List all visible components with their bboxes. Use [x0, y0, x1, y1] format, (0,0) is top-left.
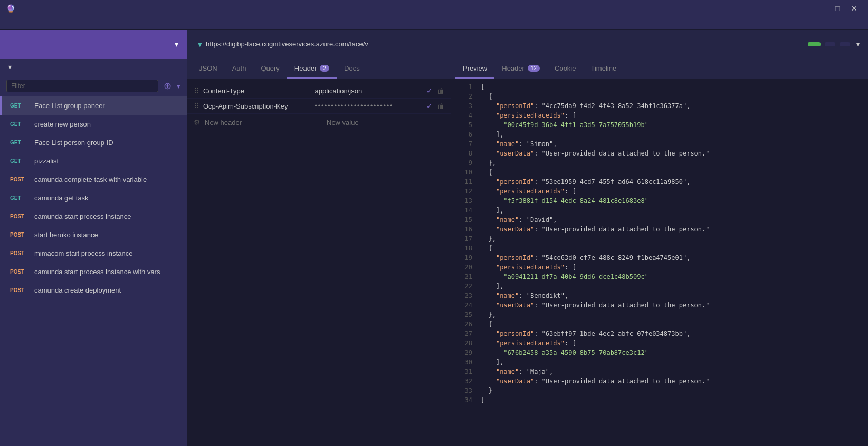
drag-handle-icon[interactable]: ⠿	[194, 102, 199, 110]
line-content: "userData": "User-provided data attached…	[481, 302, 864, 309]
line-number: 12	[455, 188, 472, 195]
line-number: 26	[455, 321, 472, 328]
line-number: 24	[455, 302, 472, 309]
method-badge: GET	[10, 121, 30, 127]
sidebar-header: ▾	[0, 30, 187, 59]
sidebar-item[interactable]: GET pizzalist	[0, 152, 187, 170]
method-badge: POST	[10, 287, 30, 293]
env-selector[interactable]: ▾	[6, 63, 176, 71]
line-content: "676b2458-a35a-4590-8b75-70ab87ce3c12"	[481, 349, 864, 356]
line-number: 25	[455, 311, 472, 318]
url-input[interactable]	[206, 40, 787, 48]
header-key-input[interactable]	[203, 87, 311, 95]
request-tab-header[interactable]: Header2	[287, 59, 337, 79]
sidebar-item[interactable]: GET Face List person group ID	[0, 133, 187, 152]
line-content: "personId": "53ee1959-4cd7-455f-ad64-618…	[481, 178, 864, 186]
new-header-key-input[interactable]	[205, 119, 322, 127]
check-icon[interactable]: ✓	[426, 102, 433, 110]
tab-label: Cookie	[555, 64, 576, 72]
sidebar-item[interactable]: GET Face List group paneer	[0, 96, 187, 115]
response-tab-cookie[interactable]: Cookie	[547, 59, 583, 79]
method-badge: POST	[10, 214, 30, 219]
line-content: "persistedFaceIds": [	[481, 340, 864, 347]
sidebar-item[interactable]: POST camunda create deployment	[0, 281, 187, 299]
tab-label: Timeline	[590, 64, 616, 72]
menu-help[interactable]	[57, 22, 68, 24]
main-layout: ▾ ▾ ⊕ ▾ GET Face List group paneer GET c…	[0, 30, 868, 446]
titlebar: 🔮 — □ ✕	[0, 0, 868, 17]
code-line: 24 "userData": "User-provided data attac…	[451, 302, 868, 311]
sidebar-item[interactable]: POST mimacom start process instance	[0, 244, 187, 263]
menu-edit[interactable]	[15, 22, 25, 24]
method-selector[interactable]: ▾	[196, 40, 202, 49]
sidebar-item[interactable]: GET create new person	[0, 115, 187, 133]
line-content: "a0941211-df7a-40b4-9dd6-dce1c48b509c"	[481, 273, 864, 280]
timestamp-arrow-icon: ▾	[856, 41, 860, 48]
new-header-value-input[interactable]	[327, 119, 444, 127]
line-number: 30	[455, 358, 472, 366]
line-number: 17	[455, 235, 472, 243]
line-number: 29	[455, 349, 472, 356]
item-name: start heruko instance	[34, 231, 98, 239]
response-tab-preview[interactable]: Preview	[455, 59, 494, 79]
delete-icon[interactable]: 🗑	[437, 86, 444, 95]
minimize-button[interactable]: —	[813, 3, 828, 14]
close-button[interactable]: ✕	[847, 3, 862, 14]
request-tab-auth[interactable]: Auth	[225, 59, 254, 79]
sidebar-item[interactable]: GET camunda get task	[0, 189, 187, 207]
maximize-button[interactable]: □	[830, 3, 845, 14]
line-number: 8	[455, 150, 472, 157]
sidebar-item[interactable]: POST camunda start process instance with…	[0, 263, 187, 281]
method-badge: GET	[10, 158, 30, 164]
gear-icon[interactable]: ⚙	[194, 118, 201, 127]
line-content: }	[481, 387, 864, 394]
code-line: 23 "name": "Benedikt",	[451, 292, 868, 302]
request-tab-json[interactable]: JSON	[192, 59, 225, 79]
drag-handle-icon[interactable]: ⠿	[194, 86, 199, 95]
sidebar-item[interactable]: POST camunda complete task with variable	[0, 170, 187, 189]
line-content: "00c45f9d-36b4-4ff1-a3d5-7a757055b19b"	[481, 121, 864, 129]
header-value-input[interactable]	[315, 87, 423, 95]
code-line: 8 "userData": "User-provided data attach…	[451, 150, 868, 159]
response-tab-timeline[interactable]: Timeline	[583, 59, 624, 79]
content-area: ▾ ▾ JSONAuthQueryHeader2Docs ⠿	[187, 30, 868, 446]
header-value-input[interactable]	[315, 102, 423, 110]
line-content: "persistedFaceIds": [	[481, 112, 864, 119]
header-row: ⠿ ✓ 🗑	[187, 99, 451, 114]
tab-label: Header	[294, 64, 317, 72]
add-dropdown-icon[interactable]: ▾	[177, 82, 180, 90]
tab-label: Docs	[344, 64, 360, 72]
request-config-panel: JSONAuthQueryHeader2Docs ⠿ ✓ 🗑 ⠿ ✓ 🗑 ⚙	[187, 59, 451, 446]
add-request-button[interactable]: ⊕	[161, 80, 174, 92]
code-line: 9 },	[451, 159, 868, 169]
line-content: "userData": "User-provided data attached…	[481, 226, 864, 233]
brand-dropdown-icon[interactable]: ▾	[175, 40, 178, 49]
line-content: },	[481, 235, 864, 243]
headers-table: ⠿ ✓ 🗑 ⠿ ✓ 🗑 ⚙	[187, 79, 451, 446]
line-number: 14	[455, 207, 472, 214]
menu-window[interactable]	[36, 22, 46, 24]
code-line: 6 ],	[451, 131, 868, 140]
item-name: camunda start process instance	[34, 212, 131, 220]
header-key-input[interactable]	[203, 102, 311, 110]
menu-tools[interactable]	[46, 22, 57, 24]
line-content: "name": "Benedikt",	[481, 292, 864, 299]
check-icon[interactable]: ✓	[426, 86, 433, 95]
menu-application[interactable]	[4, 22, 15, 24]
delete-icon[interactable]: 🗑	[437, 102, 444, 110]
request-tab-docs[interactable]: Docs	[337, 59, 367, 79]
send-button[interactable]	[791, 41, 804, 47]
line-content: {	[481, 169, 864, 176]
code-line: 31 "name": "Maja",	[451, 368, 868, 377]
menubar	[0, 17, 868, 30]
line-number: 21	[455, 273, 472, 280]
code-line: 2 {	[451, 93, 868, 102]
sidebar-item[interactable]: POST camunda start process instance	[0, 207, 187, 226]
request-tab-query[interactable]: Query	[253, 59, 287, 79]
menu-view[interactable]	[25, 22, 36, 24]
tab-label: Auth	[232, 64, 246, 72]
sidebar: ▾ ▾ ⊕ ▾ GET Face List group paneer GET c…	[0, 30, 187, 446]
filter-input[interactable]	[6, 80, 158, 92]
sidebar-item[interactable]: POST start heruko instance	[0, 226, 187, 244]
response-tab-header[interactable]: Header12	[494, 59, 547, 79]
